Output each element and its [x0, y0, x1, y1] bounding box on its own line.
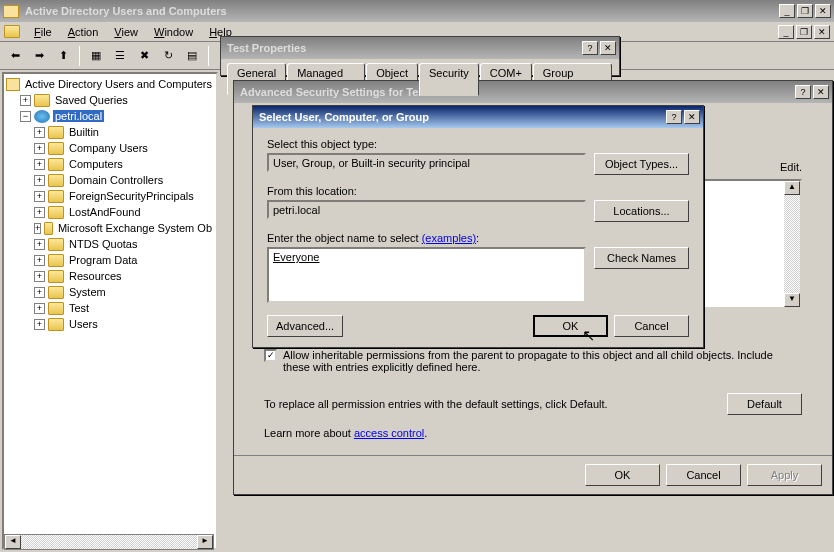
menubar-icon — [4, 25, 20, 38]
minimize-button[interactable]: _ — [779, 4, 795, 18]
menu-file[interactable]: File — [26, 24, 60, 40]
root-icon — [6, 78, 20, 91]
tree-item[interactable]: +LostAndFound — [34, 204, 214, 220]
scroll-track[interactable] — [21, 535, 197, 549]
tree-item[interactable]: +Domain Controllers — [34, 172, 214, 188]
tree-toggle-icon[interactable]: + — [34, 143, 45, 154]
tree-item[interactable]: +Resources — [34, 268, 214, 284]
adv-title: Advanced Security Settings for Test — [237, 86, 795, 98]
tree-item[interactable]: +Computers — [34, 156, 214, 172]
tree-toggle-icon[interactable]: + — [34, 255, 45, 266]
object-type-label: Select this object type: — [267, 138, 586, 150]
check-names-button[interactable]: Check Names — [594, 247, 689, 269]
tree-item[interactable]: +NTDS Quotas — [34, 236, 214, 252]
close-button[interactable]: ✕ — [815, 4, 831, 18]
inherit-checkbox-row[interactable]: ✓ Allow inheritable permissions from the… — [264, 349, 802, 373]
tree-label: Computers — [67, 158, 125, 170]
locations-button[interactable]: Locations... — [594, 200, 689, 222]
scroll-right-button[interactable]: ► — [197, 535, 213, 549]
tree-toggle-icon[interactable]: + — [34, 303, 45, 314]
menu-action[interactable]: Action — [60, 24, 107, 40]
tree-item[interactable]: +System — [34, 284, 214, 300]
folder-icon — [44, 222, 53, 235]
inherit-checkbox[interactable]: ✓ — [264, 349, 277, 362]
tree-toggle-icon[interactable]: + — [34, 271, 45, 282]
scroll-up-button[interactable]: ▲ — [784, 181, 800, 195]
menu-view[interactable]: View — [106, 24, 146, 40]
adv-ok-button[interactable]: OK — [585, 464, 660, 486]
tree-label: petri.local — [53, 110, 104, 122]
scroll-left-button[interactable]: ◄ — [5, 535, 21, 549]
adv-cancel-button[interactable]: Cancel — [666, 464, 741, 486]
globe-icon — [34, 110, 50, 123]
tree-item[interactable]: +Users — [34, 316, 214, 332]
main-title: Active Directory Users and Computers — [22, 5, 779, 17]
tree-item[interactable]: +Microsoft Exchange System Ob — [34, 220, 214, 236]
tree-toggle-icon[interactable]: + — [34, 175, 45, 186]
mdi-close-button[interactable]: ✕ — [814, 25, 830, 39]
tree-toggle-icon[interactable]: + — [34, 207, 45, 218]
adv-titlebar: Advanced Security Settings for Test ? ✕ — [234, 81, 832, 103]
tab-security[interactable]: Security — [419, 63, 479, 96]
show-hide-button[interactable]: ▦ — [85, 45, 107, 67]
object-name-input[interactable] — [267, 247, 586, 303]
mdi-restore-button[interactable]: ❐ — [796, 25, 812, 39]
props-titlebar: Test Properties ? ✕ — [221, 37, 619, 59]
tree-item[interactable]: −petri.local — [20, 108, 214, 124]
listbox-scrollbar[interactable]: ▲ ▼ — [784, 181, 800, 307]
tree-toggle-icon[interactable]: − — [20, 111, 31, 122]
default-button[interactable]: Default — [727, 393, 802, 415]
tree-item[interactable]: +Builtin — [34, 124, 214, 140]
mdi-minimize-button[interactable]: _ — [778, 25, 794, 39]
properties-button[interactable]: ☰ — [109, 45, 131, 67]
delete-button[interactable]: ✖ — [133, 45, 155, 67]
tree-item[interactable]: +Program Data — [34, 252, 214, 268]
properties-window: Test Properties ? ✕ GeneralManaged ByObj… — [220, 36, 620, 76]
tree-item[interactable]: +ForeignSecurityPrincipals — [34, 188, 214, 204]
advanced-button[interactable]: Advanced... — [267, 315, 343, 337]
tree-hscrollbar[interactable]: ◄ ► — [4, 534, 214, 550]
tree-item[interactable]: +Test — [34, 300, 214, 316]
folder-icon — [48, 126, 64, 139]
root-label: Active Directory Users and Computers — [23, 78, 214, 90]
select-help-button[interactable]: ? — [666, 110, 682, 124]
adv-close-button[interactable]: ✕ — [813, 85, 829, 99]
select-ok-button[interactable]: OK — [533, 315, 608, 337]
adv-apply-button: Apply — [747, 464, 822, 486]
select-close-button[interactable]: ✕ — [684, 110, 700, 124]
maximize-button[interactable]: ❐ — [797, 4, 813, 18]
tree-toggle-icon[interactable]: + — [34, 239, 45, 250]
tree-label: Domain Controllers — [67, 174, 165, 186]
tree-pane[interactable]: Active Directory Users and Computers +Sa… — [2, 72, 218, 550]
tree-label: Company Users — [67, 142, 150, 154]
object-types-button[interactable]: Object Types... — [594, 153, 689, 175]
props-close-button[interactable]: ✕ — [600, 41, 616, 55]
scroll-down-button[interactable]: ▼ — [784, 293, 800, 307]
tree-root[interactable]: Active Directory Users and Computers — [6, 76, 214, 92]
tree-item[interactable]: +Company Users — [34, 140, 214, 156]
folder-icon — [48, 238, 64, 251]
location-field — [267, 200, 586, 219]
select-cancel-button[interactable]: Cancel — [614, 315, 689, 337]
tree-toggle-icon[interactable]: + — [34, 159, 45, 170]
tree-toggle-icon[interactable]: + — [34, 287, 45, 298]
examples-link[interactable]: (examples) — [422, 232, 476, 244]
props-help-button[interactable]: ? — [582, 41, 598, 55]
props-title: Test Properties — [224, 42, 582, 54]
tree-item[interactable]: +Saved Queries — [20, 92, 214, 108]
back-button[interactable]: ⬅ — [4, 45, 26, 67]
tree-toggle-icon[interactable]: + — [20, 95, 31, 106]
refresh-button[interactable]: ↻ — [157, 45, 179, 67]
folder-icon — [48, 318, 64, 331]
up-button[interactable]: ⬆ — [52, 45, 74, 67]
tree-toggle-icon[interactable]: + — [34, 191, 45, 202]
forward-button[interactable]: ➡ — [28, 45, 50, 67]
adv-help-button[interactable]: ? — [795, 85, 811, 99]
tree-toggle-icon[interactable]: + — [34, 127, 45, 138]
tree-toggle-icon[interactable]: + — [34, 223, 41, 234]
export-button[interactable]: ▤ — [181, 45, 203, 67]
access-control-link[interactable]: access control — [354, 427, 424, 439]
tree-toggle-icon[interactable]: + — [34, 319, 45, 330]
select-titlebar: Select User, Computer, or Group ? ✕ — [253, 106, 703, 128]
menu-window[interactable]: Window — [146, 24, 201, 40]
